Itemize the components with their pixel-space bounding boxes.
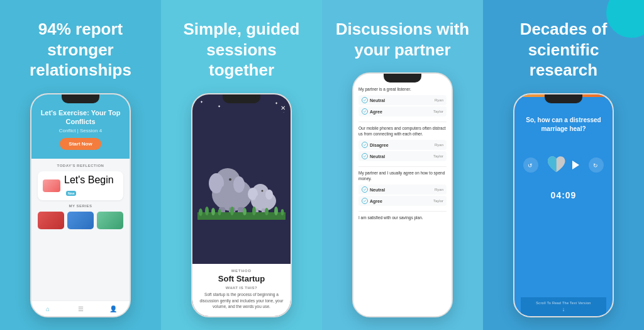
panel-4: Decades of scientific research So, how c…	[483, 0, 644, 330]
panel-1-headline: 94% report stronger relationships	[13, 19, 148, 81]
check-circle	[362, 186, 368, 193]
start-now-button[interactable]: Start Now	[60, 138, 101, 150]
phone-2-mockup: ✕ ✦ ✦ ✦ ·	[191, 93, 292, 318]
svg-point-16	[199, 208, 203, 216]
nav-home-icon[interactable]: ⌂	[43, 304, 52, 313]
question-block-3: My partner and I usually agree on how to…	[358, 170, 447, 206]
answer-label: Agree	[370, 199, 382, 203]
method-label: METHOD	[199, 269, 284, 273]
answer-row-2-2: Neutral Taylor	[358, 151, 447, 161]
phone-4-question: So, how can a distressed marriage heal?	[521, 116, 606, 134]
new-badge: New	[66, 191, 76, 196]
question-text-3: My partner and I usually agree on how to…	[358, 170, 447, 181]
check-circle	[362, 142, 368, 148]
phone-4-notch	[545, 94, 582, 103]
reflection-label: Let's Begin	[64, 174, 114, 185]
close-icon[interactable]: ✕	[280, 105, 286, 111]
svg-point-25	[281, 209, 284, 215]
timer-display: 04:09	[551, 190, 577, 200]
question-text-1: My partner is a great listener.	[358, 86, 447, 92]
check-circle	[362, 198, 368, 204]
series-card-2[interactable]	[67, 212, 94, 229]
scroll-hint-text: Scroll To Read The Text Version	[526, 301, 601, 305]
answer-left: Neutral	[362, 97, 385, 103]
star-icon: ✦	[275, 101, 278, 105]
reflection-section-title: TODAY'S REFLECTION	[38, 164, 123, 168]
series-section-title: MY SERIES	[38, 204, 123, 208]
svg-point-12	[262, 190, 264, 192]
svg-point-23	[265, 208, 269, 215]
answer-left: Agree	[362, 198, 382, 204]
play-triangle-icon	[572, 161, 579, 169]
svg-point-4	[229, 178, 231, 181]
scroll-hint[interactable]: Scroll To Read The Text Version ↓	[521, 297, 606, 316]
answer-name: Taylor	[433, 199, 443, 203]
elephant-illustration: ✦ ✦ ✦ ·	[192, 94, 291, 264]
panel-3: Discussions with your partner My partner…	[322, 0, 483, 330]
answer-name: Taylor	[433, 110, 443, 113]
answer-name: Ryan	[435, 143, 443, 147]
check-circle	[362, 97, 368, 103]
answer-left: Neutral	[362, 186, 385, 193]
check-circle	[362, 153, 368, 159]
scroll-down-icon: ↓	[526, 306, 601, 312]
svg-point-11	[265, 190, 273, 200]
answer-label: Neutral	[370, 98, 385, 103]
reflection-icon	[43, 179, 60, 192]
svg-point-17	[205, 207, 209, 215]
svg-text:↻: ↻	[593, 162, 598, 169]
answer-row-1-2: Agree Taylor	[358, 106, 447, 117]
nav-person-icon[interactable]: 👤	[109, 304, 118, 313]
answer-label: Neutral	[370, 188, 385, 192]
panel-3-headline: Discussions with your partner	[335, 19, 470, 60]
method-title: Soft Startup	[199, 274, 284, 283]
series-card-3[interactable]	[97, 212, 123, 229]
method-description: Soft startup is the process of beginning…	[199, 292, 284, 310]
answer-left: Disagree	[362, 142, 389, 148]
phone-1-title: Let's Exercise: Your Top Conflicts	[39, 108, 122, 127]
phone-2-bottom: METHOD Soft Startup WHAT IS THIS? Soft s…	[192, 264, 291, 316]
answer-label: Disagree	[370, 143, 389, 147]
what-is-this-label: WHAT IS THIS?	[199, 286, 284, 290]
phone-2-notch	[223, 94, 260, 103]
rewind-icon[interactable]: ↺	[523, 157, 538, 173]
answer-row-1-1: Neutral Ryan	[358, 95, 447, 105]
panel-2-headline: Simple, guided sessions together	[174, 19, 309, 81]
nav-book-icon[interactable]: ☰	[76, 304, 85, 313]
star-icon: ✦	[200, 100, 203, 104]
answer-row-3-2: Agree Taylor	[358, 196, 447, 206]
reflection-card[interactable]: Let's Begin New	[38, 171, 123, 200]
divider	[358, 211, 447, 212]
phone-2-screen: ✕ ✦ ✦ ✦ ·	[192, 94, 291, 317]
question-text-4: I am satisfied with our savings plan.	[358, 215, 447, 220]
divider	[358, 166, 447, 167]
phone-1-subtitle: Conflict | Session 4	[39, 128, 122, 134]
navbar: ⌂ ☰ 👤	[31, 300, 130, 316]
question-text-2: Our mobile phones and computers often di…	[358, 125, 447, 137]
phone-1-bottom: TODAY'S REFLECTION Let's Begin New MY SE…	[31, 159, 130, 300]
answer-row-2-1: Disagree Ryan	[358, 140, 447, 150]
series-card-1[interactable]	[38, 212, 64, 229]
question-block-1: My partner is a great listener. Neutral …	[358, 86, 447, 117]
panel-1: 94% report stronger relationships Let's …	[0, 0, 161, 330]
play-button[interactable]	[569, 154, 583, 176]
answer-left: Agree	[362, 108, 382, 115]
svg-text:↺: ↺	[528, 162, 533, 169]
phone-4-screen: So, how can a distressed marriage heal? …	[514, 94, 613, 317]
reflection-text: Let's Begin New	[64, 174, 118, 197]
divider	[358, 122, 447, 122]
answer-label: Agree	[370, 110, 382, 114]
panel-2: Simple, guided sessions together ✕ ✦ ✦ ✦…	[161, 0, 322, 330]
star-icon: ✦	[218, 104, 221, 108]
answer-row-3-1: Neutral Ryan	[358, 185, 447, 195]
answer-name: Ryan	[435, 98, 443, 102]
phone-1-top: Let's Exercise: Your Top Conflicts Confl…	[31, 94, 130, 159]
answer-name: Taylor	[433, 154, 443, 158]
heart-player	[545, 146, 582, 184]
forward-icon[interactable]: ↻	[589, 157, 604, 173]
svg-point-3	[233, 176, 245, 193]
check-circle	[362, 108, 368, 115]
phone-4-mockup: So, how can a distressed marriage heal? …	[513, 93, 614, 318]
svg-point-18	[211, 208, 215, 215]
question-block-2: Our mobile phones and computers often di…	[358, 125, 447, 161]
